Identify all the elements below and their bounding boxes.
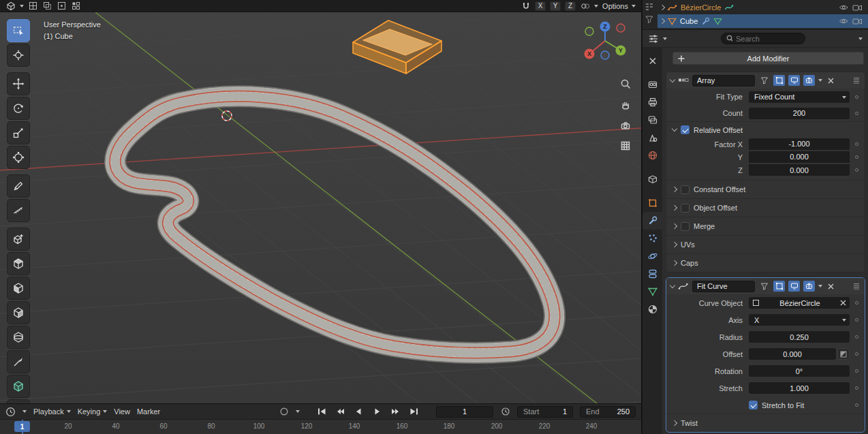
editor-type-caret-icon[interactable]	[20, 5, 24, 7]
play-reverse-button[interactable]	[353, 407, 365, 417]
tab-particles[interactable]	[642, 230, 662, 247]
menu-view[interactable]: View	[114, 407, 130, 416]
tool-loop-cut-button[interactable]	[7, 326, 30, 349]
tool-inset-faces-button[interactable]	[7, 277, 30, 300]
curve-object-field[interactable]: BézierCircle	[749, 297, 850, 309]
disable-render-icon[interactable]	[852, 17, 863, 25]
animate-dot-icon[interactable]	[855, 168, 858, 172]
previous-keyframe-button[interactable]	[335, 407, 346, 417]
overlays-caret-icon[interactable]	[594, 5, 598, 7]
collapse-icon[interactable]	[670, 76, 675, 82]
animate-dot-icon[interactable]	[855, 369, 858, 373]
auto-keyframe-caret-icon[interactable]	[296, 410, 300, 413]
outliner-filter-icon[interactable]	[645, 14, 654, 24]
show-on-cage-toggle[interactable]	[758, 75, 770, 86]
camera-view-button[interactable]	[617, 117, 634, 134]
factor-y-field[interactable]: 0.000	[749, 151, 850, 163]
properties-editor-caret-icon[interactable]	[663, 37, 667, 40]
axis-dropdown[interactable]: X	[749, 314, 850, 326]
show-render-toggle[interactable]	[803, 281, 815, 292]
collapse-icon[interactable]	[672, 126, 677, 131]
animate-dot-icon[interactable]	[855, 142, 858, 146]
merge-checkbox[interactable]	[681, 222, 689, 231]
jump-to-start-button[interactable]	[316, 407, 328, 417]
hide-eye-icon[interactable]	[839, 17, 849, 25]
tool-measure-button[interactable]	[7, 199, 30, 222]
tool-annotate-button[interactable]	[7, 174, 30, 198]
animate-dot-icon[interactable]	[855, 386, 858, 390]
properties-search[interactable]	[721, 33, 805, 44]
play-button[interactable]	[371, 407, 383, 417]
overlays-icon[interactable]	[580, 1, 590, 11]
timeline-ruler[interactable]: 20 40 60 80 100 120 140 160 180 200 220 …	[0, 419, 641, 434]
outliner-editor-icon[interactable]	[645, 2, 654, 12]
caps-section[interactable]: Caps	[666, 253, 865, 272]
toggle-orthographic-button[interactable]	[617, 137, 634, 155]
tab-modifiers[interactable]	[642, 212, 662, 230]
snap-magnet-icon[interactable]	[521, 1, 531, 11]
mirror-x-button[interactable]: X	[535, 1, 546, 11]
tool-add-cube-button[interactable]	[7, 228, 30, 251]
constant-offset-checkbox[interactable]	[681, 185, 689, 194]
animate-dot-icon[interactable]	[855, 112, 858, 115]
object-offset-section[interactable]: Object Offset	[666, 198, 865, 217]
offset-field[interactable]: 0.000	[749, 348, 836, 360]
animate-dot-icon[interactable]	[855, 335, 858, 339]
constant-offset-section[interactable]: Constant Offset	[666, 180, 865, 198]
tool-transform-button[interactable]	[7, 146, 30, 169]
tab-view-layer[interactable]	[642, 111, 662, 129]
uvs-section[interactable]: UVs	[666, 235, 865, 253]
array-panel-header[interactable]	[666, 72, 865, 89]
mirror-y-button[interactable]: Y	[550, 1, 561, 11]
pan-view-button[interactable]	[617, 96, 634, 114]
auto-keyframe-button[interactable]	[279, 407, 289, 417]
use-preview-range-button[interactable]	[500, 407, 510, 417]
next-keyframe-button[interactable]	[390, 407, 401, 417]
properties-editor-type-icon[interactable]	[648, 33, 659, 44]
show-realtime-toggle[interactable]	[788, 281, 800, 292]
options-menu[interactable]: Options	[602, 2, 636, 10]
add-modifier-button[interactable]: Add Modifier	[672, 52, 864, 65]
drag-handle-icon[interactable]	[852, 76, 861, 84]
expand-icon[interactable]	[672, 223, 677, 229]
tool-select-box-button[interactable]	[7, 19, 30, 42]
zoom-view-button[interactable]	[617, 75, 634, 93]
tool-bevel-button[interactable]	[7, 301, 30, 324]
selected-cube-object[interactable]	[353, 20, 441, 74]
remove-modifier-button[interactable]	[826, 76, 835, 85]
editor-type-icon[interactable]	[5, 1, 16, 11]
tab-constraints[interactable]	[642, 265, 662, 283]
tab-object[interactable]	[642, 194, 662, 212]
twist-section[interactable]: Twist	[666, 414, 865, 432]
hide-eye-icon[interactable]	[839, 3, 849, 12]
expand-icon[interactable]	[672, 260, 677, 266]
playhead-badge[interactable]: 1	[14, 421, 30, 432]
tab-render[interactable]	[642, 76, 662, 93]
collapse-icon[interactable]	[670, 282, 675, 288]
relative-offset-checkbox[interactable]	[681, 125, 689, 134]
animate-dot-icon[interactable]	[855, 301, 858, 305]
animate-dot-icon[interactable]	[855, 352, 858, 356]
snap-grid-icon[interactable]	[57, 1, 67, 11]
tool-rotate-button[interactable]	[7, 97, 30, 120]
object-offset-checkbox[interactable]	[681, 204, 689, 213]
animate-dot-icon[interactable]	[855, 318, 858, 322]
layers-icon[interactable]	[42, 1, 52, 11]
tool-scale-button[interactable]	[7, 121, 30, 144]
expand-icon[interactable]	[660, 5, 665, 10]
factor-z-field[interactable]: 0.000	[749, 164, 850, 176]
stretch-to-fit-checkbox[interactable]	[749, 401, 758, 409]
tab-physics[interactable]	[642, 247, 662, 265]
grid-icon[interactable]	[28, 1, 38, 11]
show-render-toggle[interactable]	[803, 75, 815, 86]
tab-object-data[interactable]	[642, 283, 662, 300]
remove-modifier-button[interactable]	[826, 281, 835, 291]
merge-section[interactable]: Merge	[666, 217, 865, 235]
search-input[interactable]	[736, 35, 799, 43]
jump-to-end-button[interactable]	[408, 407, 420, 417]
modifier-extras-caret-icon[interactable]	[818, 285, 822, 288]
overlay-grid-icon[interactable]	[71, 1, 81, 11]
show-on-cage-toggle[interactable]	[758, 281, 770, 292]
show-in-editmode-toggle[interactable]	[773, 75, 785, 86]
factor-x-field[interactable]: -1.000	[749, 138, 850, 150]
